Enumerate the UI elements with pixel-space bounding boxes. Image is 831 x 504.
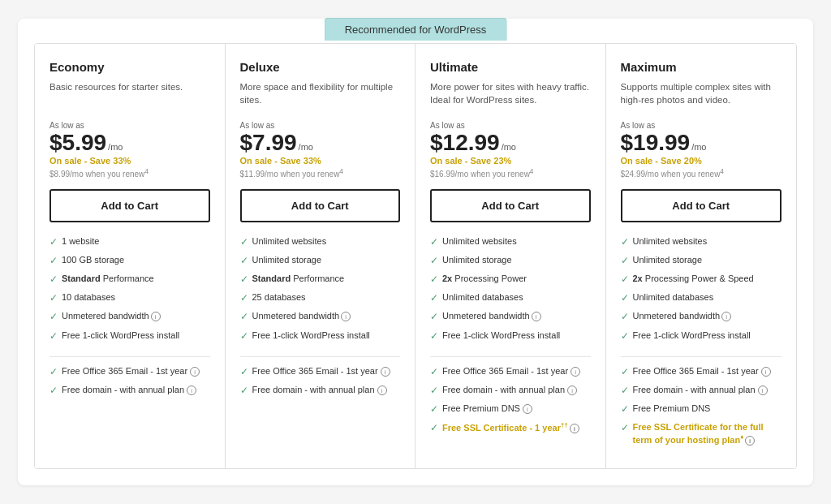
list-item: ✓Free Office 365 Email - 1st yeari — [621, 365, 782, 378]
check-icon: ✓ — [621, 291, 629, 304]
add-to-cart-btn-maximum[interactable]: Add to Cart — [621, 189, 782, 222]
check-icon: ✓ — [50, 330, 58, 342]
info-icon[interactable]: i — [341, 312, 351, 321]
info-icon[interactable]: i — [567, 386, 577, 395]
plan-per-mo-deluxe: /mo — [299, 142, 313, 152]
plan-price-deluxe: $7.99 — [240, 131, 297, 154]
plan-as-low-as-economy: As low as — [50, 121, 210, 130]
check-icon: ✓ — [621, 310, 629, 323]
check-icon: ✓ — [621, 330, 629, 342]
list-item: ✓Free Premium DNSi — [430, 403, 591, 416]
check-icon: ✓ — [50, 254, 58, 267]
list-item: ✓Standard Performance — [240, 273, 401, 286]
check-icon: ✓ — [621, 235, 629, 248]
plan-renew-ultimate: $16.99/mo when you renew4 — [430, 167, 591, 179]
info-icon[interactable]: i — [190, 367, 200, 377]
plan-on-sale-economy: On sale - Save 33% — [50, 156, 210, 166]
plan-per-mo-maximum: /mo — [691, 142, 706, 152]
list-item: ✓Unmetered bandwidthi — [240, 310, 401, 323]
list-item: ✓Free domain - with annual plani — [430, 384, 591, 397]
list-item: ✓Free 1-click WordPress install — [50, 330, 210, 342]
plan-as-low-as-maximum: As low as — [621, 121, 782, 130]
plan-desc-deluxe: More space and flexibility for multiple … — [240, 80, 401, 110]
extras-list-deluxe: ✓Free Office 365 Email - 1st yeari✓Free … — [240, 365, 401, 452]
list-item: ✓Free Premium DNS — [621, 403, 782, 416]
plan-card-deluxe: DeluxeMore space and flexibility for mul… — [226, 44, 416, 467]
check-icon: ✓ — [240, 330, 248, 342]
check-icon: ✓ — [621, 403, 629, 416]
plan-desc-ultimate: More power for sites with heavy traffic.… — [430, 80, 591, 110]
list-item: ✓Free Office 365 Email - 1st yeari — [430, 365, 591, 378]
plan-price-row-ultimate: $12.99/mo — [430, 131, 591, 154]
features-list-ultimate: ✓Unlimited websites✓Unlimited storage✓2x… — [430, 235, 591, 348]
list-item: ✓Unlimited websites — [240, 235, 401, 248]
plan-renew-deluxe: $11.99/mo when you renew4 — [240, 167, 401, 179]
info-icon[interactable]: i — [187, 386, 196, 395]
info-icon[interactable]: i — [571, 367, 580, 377]
list-item: ✓Free SSL Certificate for the full term … — [621, 421, 782, 446]
list-item: ✓Free domain - with annual plani — [240, 384, 401, 397]
list-item: ✓10 databases — [50, 291, 210, 304]
check-icon: ✓ — [621, 421, 629, 434]
info-icon[interactable]: i — [721, 312, 731, 321]
check-icon: ✓ — [50, 384, 58, 397]
list-item: ✓Unlimited databases — [621, 291, 782, 304]
extras-list-ultimate: ✓Free Office 365 Email - 1st yeari✓Free … — [430, 365, 591, 452]
features-list-deluxe: ✓Unlimited websites✓Unlimited storage✓St… — [240, 235, 401, 348]
recommended-badge: Recommended for WordPress — [325, 18, 507, 41]
extras-list-economy: ✓Free Office 365 Email - 1st yeari✓Free … — [50, 365, 210, 452]
plan-as-low-as-deluxe: As low as — [240, 121, 401, 130]
plan-price-economy: $5.99 — [50, 131, 106, 154]
check-icon: ✓ — [50, 310, 58, 323]
check-icon: ✓ — [430, 330, 438, 342]
plan-price-maximum: $19.99 — [621, 131, 691, 154]
plan-per-mo-economy: /mo — [108, 142, 123, 152]
check-icon: ✓ — [240, 254, 248, 267]
info-icon[interactable]: i — [523, 404, 532, 414]
list-item: ✓Unlimited websites — [621, 235, 782, 248]
list-item: ✓Unlimited websites — [430, 235, 591, 248]
list-item: ✓1 website — [50, 235, 210, 248]
check-icon: ✓ — [621, 254, 629, 267]
list-item: ✓Free 1-click WordPress install — [621, 330, 782, 342]
list-item: ✓Free Office 365 Email - 1st yeari — [50, 365, 210, 378]
plan-renew-economy: $8.99/mo when you renew4 — [50, 167, 210, 179]
list-item: ✓Free 1-click WordPress install — [240, 330, 401, 342]
check-icon: ✓ — [430, 384, 438, 397]
check-icon: ✓ — [430, 365, 438, 378]
plan-renew-maximum: $24.99/mo when you renew4 — [621, 167, 782, 179]
plan-price-row-economy: $5.99/mo — [50, 131, 210, 154]
info-icon[interactable]: i — [381, 367, 390, 377]
check-icon: ✓ — [621, 384, 629, 397]
info-icon[interactable]: i — [758, 386, 768, 395]
plan-name-deluxe: Deluxe — [240, 60, 401, 74]
info-icon[interactable]: i — [745, 436, 755, 446]
check-icon: ✓ — [430, 403, 438, 416]
plan-price-row-maximum: $19.99/mo — [621, 131, 782, 154]
list-item: ✓Unlimited databases — [430, 291, 591, 304]
check-icon: ✓ — [240, 273, 248, 286]
list-item: ✓2x Processing Power — [430, 273, 591, 286]
info-icon[interactable]: i — [761, 367, 771, 377]
check-icon: ✓ — [240, 291, 248, 304]
add-to-cart-btn-ultimate[interactable]: Add to Cart — [430, 189, 591, 222]
list-item: ✓100 GB storage — [50, 254, 210, 267]
info-icon[interactable]: i — [377, 386, 387, 395]
info-icon[interactable]: i — [570, 424, 579, 433]
list-item: ✓Unlimited storage — [621, 254, 782, 267]
check-icon: ✓ — [430, 273, 438, 286]
add-to-cart-btn-deluxe[interactable]: Add to Cart — [240, 189, 401, 222]
plan-name-ultimate: Ultimate — [430, 60, 591, 74]
plan-per-mo-ultimate: /mo — [502, 142, 516, 152]
plan-card-ultimate: UltimateMore power for sites with heavy … — [416, 44, 606, 467]
check-icon: ✓ — [430, 235, 438, 248]
info-icon[interactable]: i — [532, 312, 541, 321]
list-item: ✓Unlimited storage — [430, 254, 591, 267]
check-icon: ✓ — [430, 291, 438, 304]
check-icon: ✓ — [430, 310, 438, 323]
list-item: ✓2x Processing Power & Speed — [621, 273, 782, 286]
list-item: ✓Free domain - with annual plani — [50, 384, 210, 397]
info-icon[interactable]: i — [151, 312, 161, 321]
list-item: ✓Standard Performance — [50, 273, 210, 286]
add-to-cart-btn-economy[interactable]: Add to Cart — [50, 189, 210, 222]
